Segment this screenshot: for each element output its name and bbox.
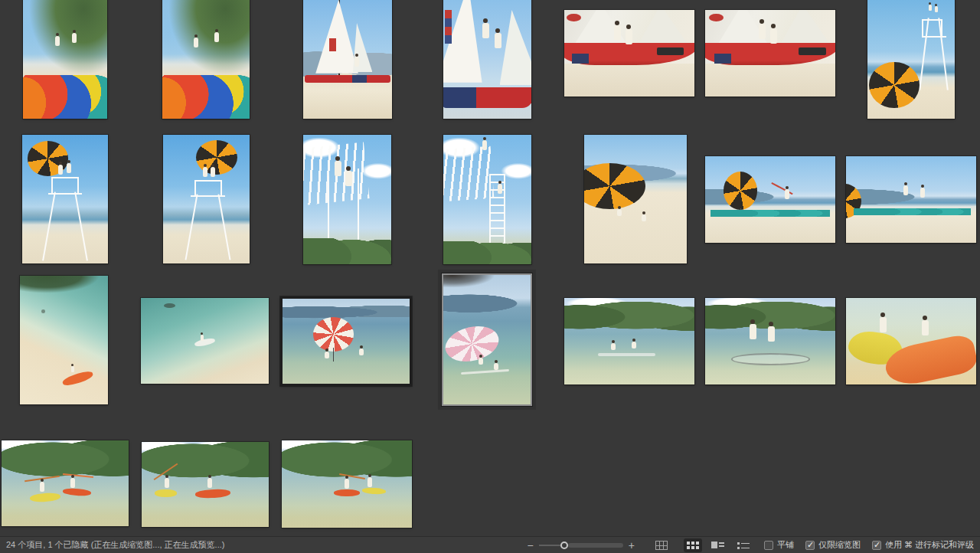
photo-10[interactable] <box>303 135 391 264</box>
kayak-shape <box>194 489 230 499</box>
kayak-shape <box>62 487 90 496</box>
photo-21[interactable] <box>846 298 976 384</box>
tower-shape <box>922 19 942 38</box>
grid-lock-button[interactable] <box>652 538 671 552</box>
paddle-shape <box>63 473 93 478</box>
photo-3[interactable] <box>303 0 392 119</box>
figure-shape <box>40 482 44 492</box>
figure-shape <box>770 28 777 44</box>
umbrella-shape <box>724 172 757 210</box>
figure-shape <box>632 342 636 348</box>
sail-number-shape <box>329 38 336 51</box>
figure-shape <box>759 24 766 39</box>
photo-19[interactable] <box>564 298 694 384</box>
thumbnail-view-button[interactable] <box>684 538 702 552</box>
figure-shape <box>325 352 329 358</box>
paddle-shape <box>339 473 365 479</box>
hull-patch-shape <box>714 54 731 64</box>
sail-shape <box>315 0 358 74</box>
list-view-button[interactable] <box>734 538 753 552</box>
sail-shape <box>500 10 531 85</box>
tile-checkbox-label: 平铺 <box>777 539 794 551</box>
photo-23[interactable] <box>142 442 269 527</box>
photo-14[interactable] <box>846 156 976 243</box>
figure-shape <box>626 29 632 44</box>
paddleboards-shape <box>854 208 971 215</box>
figure-shape <box>498 184 502 194</box>
figure-shape <box>335 161 341 176</box>
photo-20[interactable] <box>705 298 835 384</box>
thumbnail-larger-button[interactable]: + <box>629 541 635 550</box>
thumbnail-size-slider[interactable] <box>539 541 623 550</box>
hull-logo-shape <box>445 10 452 44</box>
tower-shape <box>194 180 222 197</box>
figure-shape <box>482 23 489 38</box>
figure-shape <box>880 317 887 332</box>
photo-5[interactable] <box>564 10 694 97</box>
photo-9[interactable] <box>163 135 250 263</box>
figure-shape <box>165 478 169 488</box>
photo-24[interactable] <box>282 440 412 528</box>
umbrella-shape <box>313 317 354 351</box>
kayak-shape <box>362 487 386 495</box>
figure-shape <box>617 209 622 216</box>
kayak-stack-shape <box>162 75 250 119</box>
figure-shape <box>70 478 75 488</box>
hull-patch-shape <box>572 54 589 64</box>
figure-shape <box>345 171 352 186</box>
list-view-icon <box>737 541 750 549</box>
board-shape <box>461 369 509 375</box>
photo-15[interactable] <box>20 276 108 404</box>
figure-shape <box>479 358 483 365</box>
thumbnails-only-checkbox[interactable] <box>805 541 815 550</box>
photo-7[interactable] <box>867 0 955 119</box>
figure-shape <box>211 167 215 177</box>
figure-shape <box>207 478 212 488</box>
photo-16[interactable] <box>141 298 269 384</box>
greenery-shape <box>303 238 391 264</box>
tower-shape <box>51 177 79 194</box>
figure-shape <box>495 33 501 48</box>
figure-shape <box>194 38 198 47</box>
figure-shape <box>58 165 63 175</box>
photo-6[interactable] <box>705 10 835 97</box>
kayak-shape <box>61 369 94 388</box>
photo-11[interactable] <box>443 135 531 264</box>
board-shape <box>598 353 655 356</box>
photo-4[interactable] <box>443 0 531 119</box>
photo-18[interactable] <box>442 273 532 406</box>
figure-shape <box>214 32 219 42</box>
photo-13[interactable] <box>705 156 835 243</box>
grid-lock-icon <box>655 541 668 550</box>
figure-shape <box>201 335 204 341</box>
figure-shape <box>67 163 71 173</box>
slider-handle[interactable] <box>560 542 568 549</box>
figure-shape <box>903 185 908 195</box>
photo-12[interactable] <box>584 135 687 263</box>
photo-22[interactable] <box>2 440 129 526</box>
status-bar: 24 个项目, 1 个已隐藏 (正在生成缩览图..., 正在生成预览...) −… <box>0 536 980 553</box>
figure-shape <box>482 140 487 150</box>
use-cmd-rating-checkbox[interactable] <box>872 541 881 550</box>
photo-8[interactable] <box>22 135 108 263</box>
tower-shape <box>75 191 89 260</box>
photo-17[interactable] <box>280 296 412 386</box>
hull-plate-shape <box>657 47 684 55</box>
tile-checkbox[interactable] <box>764 541 773 550</box>
figure-shape <box>785 189 789 199</box>
figure-shape <box>368 477 372 487</box>
slider-track <box>568 543 623 548</box>
photo-1[interactable] <box>23 0 107 119</box>
use-cmd-rating-checkbox-label: 使用 ⌘ 进行标记和评级 <box>885 539 974 551</box>
figure-shape <box>614 25 621 41</box>
details-view-icon <box>711 541 724 549</box>
figure-shape <box>642 214 646 221</box>
photo-2[interactable] <box>162 0 250 119</box>
figure-shape <box>354 57 359 67</box>
figure-shape <box>359 348 364 355</box>
rock-shape <box>164 303 175 309</box>
thumbnail-smaller-button[interactable]: − <box>528 541 534 550</box>
item-count-status: 24 个项目, 1 个已隐藏 (正在生成缩览图..., 正在生成预览...) <box>6 539 224 551</box>
details-view-button[interactable] <box>709 538 727 552</box>
figure-shape <box>72 33 77 43</box>
